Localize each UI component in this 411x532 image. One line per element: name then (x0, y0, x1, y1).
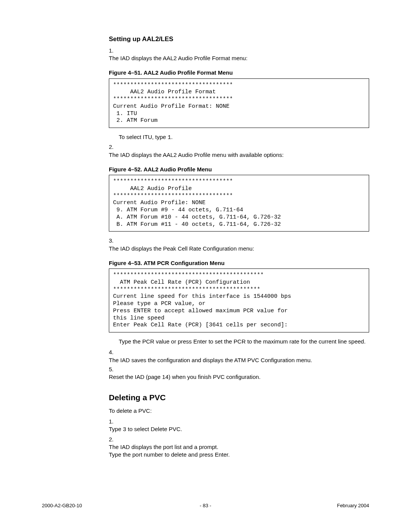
delete-intro: To delete a PVC: (109, 407, 369, 415)
step-4: 4. The IAD saves the configuration and d… (109, 348, 369, 364)
section-heading-aal2les: Setting up AAL2/LES (109, 35, 369, 44)
step-text: The IAD displays the AAL2 Audio Profile … (109, 54, 359, 62)
text-fragment: To select ITU, type (119, 134, 167, 140)
step-3: 3. The IAD displays the Peak Cell Rate C… (109, 237, 369, 252)
page-footer: 2000-A2-GB20-10 - 83 - February 2004 (0, 502, 411, 509)
text-fragment: Type (109, 426, 123, 432)
step-5: 5. Reset the IAD (page 14) when you fini… (109, 366, 369, 381)
step-number: 1. (109, 47, 117, 54)
figure-52-caption: Figure 4–52. AAL2 Audio Profile Menu (109, 166, 369, 173)
step-number: 3. (109, 237, 117, 244)
step-3-detail: Type the PCR value or press Enter to set… (119, 338, 369, 345)
figure-51-caption: Figure 4–51. AAL2 Audio Profile Format M… (109, 69, 369, 77)
delete-step-1: 1. Type 3 to select Delete PVC. (109, 418, 369, 434)
step-number: 1. (109, 418, 117, 425)
text-fragment: . (171, 134, 172, 140)
step-number: 2. (109, 143, 117, 151)
text-line: The IAD displays the port list and a pro… (109, 444, 218, 450)
step-number: 5. (109, 366, 117, 373)
figure-53-code: ****************************************… (109, 268, 369, 332)
step-1: 1. The IAD displays the AAL2 Audio Profi… (109, 47, 369, 62)
section-heading-deleting-pvc: Deleting a PVC (109, 392, 369, 403)
delete-step-2: 2. The IAD displays the port list and a … (109, 436, 369, 459)
footer-page-number: - 83 - (0, 502, 411, 509)
step-number: 2. (109, 436, 117, 443)
step-2: 2. The IAD displays the AAL2 Audio Profi… (109, 143, 369, 159)
code-literal: 3 (123, 427, 126, 433)
step-text: The IAD displays the AAL2 Audio Profile … (109, 151, 359, 159)
text-line: Type the port number to delete and press… (109, 451, 230, 458)
step-number: 4. (109, 348, 117, 356)
step-text: The IAD saves the configuration and disp… (109, 356, 359, 364)
step-text: Type 3 to select Delete PVC. (109, 425, 359, 434)
figure-53-caption: Figure 4–53. ATM PCR Configuration Menu (109, 259, 369, 267)
step-text: The IAD displays the port list and a pro… (109, 443, 359, 459)
step-text: Reset the IAD (page 14) when you finish … (109, 373, 359, 381)
figure-51-code: *********************************** AAL2… (109, 78, 369, 128)
figure-52-code: *********************************** AAL2… (109, 175, 369, 232)
step-1-detail: To select ITU, type 1. (119, 133, 369, 142)
step-text: The IAD displays the Peak Cell Rate Conf… (109, 245, 359, 252)
page: Setting up AAL2/LES 1. The IAD displays … (0, 0, 411, 532)
text-fragment: to select Delete PVC. (126, 426, 182, 432)
